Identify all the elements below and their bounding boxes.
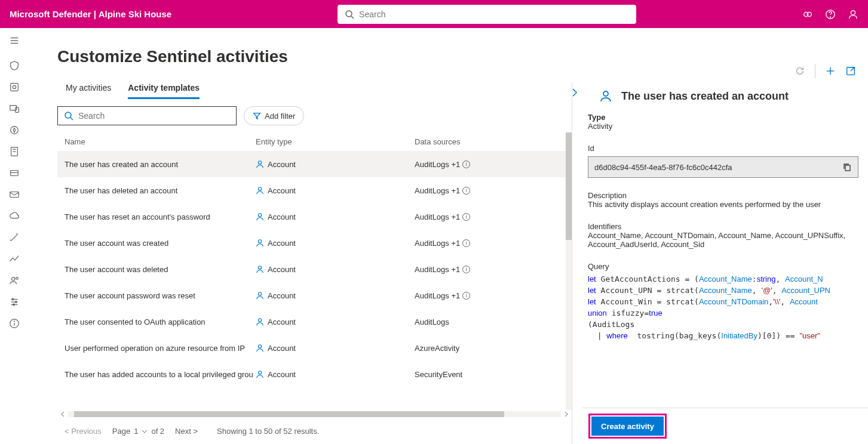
row-name: The user has added accounts to a local p…: [65, 370, 256, 379]
row-name: The user has reset an account's password: [65, 212, 256, 221]
global-search-input[interactable]: [359, 10, 629, 19]
activity-list-panel: My activities Activity templates Add fil…: [57, 83, 572, 444]
svg-point-39: [258, 214, 261, 217]
analytics-icon[interactable]: [9, 254, 20, 264]
table-row[interactable]: The user has reset an account's password…: [57, 204, 572, 230]
copy-icon[interactable]: [842, 162, 852, 172]
info-icon[interactable]: [9, 318, 20, 329]
copilot-icon[interactable]: [802, 9, 813, 20]
scroll-right-icon[interactable]: [563, 411, 569, 417]
pager-of: of 2: [151, 427, 164, 436]
list-search-input[interactable]: [78, 111, 230, 121]
header-actions: [802, 9, 858, 20]
account-icon: [256, 239, 264, 247]
svg-point-3: [807, 12, 811, 16]
account-icon: [256, 370, 264, 378]
account-icon[interactable]: [848, 9, 858, 20]
info-icon[interactable]: i: [462, 161, 470, 168]
pager-page-num[interactable]: 1: [134, 427, 138, 436]
row-name: The user has deleted an account: [65, 186, 256, 195]
wand-icon[interactable]: [9, 232, 20, 243]
help-icon[interactable]: [825, 9, 836, 20]
col-entity[interactable]: Entity type: [256, 137, 415, 146]
scroll-left-icon[interactable]: [60, 411, 66, 417]
desc-label: Description: [588, 191, 858, 200]
table-row[interactable]: The user account was createdAccountAudit…: [57, 230, 572, 256]
svg-line-36: [70, 118, 73, 120]
add-filter-button[interactable]: Add filter: [244, 106, 304, 125]
menu-icon[interactable]: [9, 35, 20, 46]
detail-header: The user has created an account: [582, 83, 868, 113]
list-search[interactable]: [57, 106, 237, 125]
svg-rect-10: [11, 84, 19, 91]
account-icon: [256, 265, 264, 273]
popout-icon[interactable]: [845, 66, 856, 76]
horizontal-scrollbar[interactable]: [57, 410, 572, 418]
search-icon: [345, 10, 354, 19]
create-activity-button[interactable]: Create activity: [591, 417, 664, 436]
identity-icon[interactable]: [9, 275, 20, 286]
detail-footer: Create activity: [582, 408, 868, 444]
table-header: Name Entity type Data sources: [57, 132, 572, 151]
page-title: Customize Sentinel activities: [57, 47, 868, 66]
svg-point-42: [258, 292, 261, 295]
table-row[interactable]: The user consented to OAuth applicationA…: [57, 309, 572, 335]
table-row[interactable]: User performed operation on azure resour…: [57, 335, 572, 361]
row-datasources: SecurityEvent: [415, 370, 565, 379]
row-entity: Account: [256, 317, 415, 326]
info-icon[interactable]: i: [462, 213, 470, 221]
global-search[interactable]: [338, 5, 636, 24]
chevron-down-icon[interactable]: [142, 428, 148, 434]
info-icon[interactable]: i: [462, 266, 470, 273]
devices-icon[interactable]: [9, 103, 20, 114]
row-name: The user has created an account: [65, 160, 256, 169]
table-row[interactable]: The user account was deletedAccountAudit…: [57, 256, 572, 282]
cloud-icon[interactable]: [9, 211, 20, 221]
row-datasources: AuditLogs +1 i: [415, 212, 565, 221]
tab-activity-templates[interactable]: Activity templates: [128, 83, 200, 99]
type-label: Type: [588, 113, 858, 122]
row-datasources: AuditLogs +1 i: [415, 186, 565, 195]
refresh-icon[interactable]: [795, 66, 805, 76]
shield-icon[interactable]: [9, 60, 20, 71]
row-entity: Account: [256, 265, 415, 274]
activity-table: Name Entity type Data sources The user h…: [57, 132, 572, 410]
info-icon[interactable]: i: [462, 239, 470, 247]
col-data-sources[interactable]: Data sources: [415, 137, 565, 146]
email-icon[interactable]: [9, 189, 20, 200]
table-row[interactable]: The user has created an accountAccountAu…: [57, 151, 572, 177]
reports-icon[interactable]: [9, 146, 20, 157]
pager-next[interactable]: Next >: [175, 427, 198, 436]
tab-my-activities[interactable]: My activities: [66, 83, 111, 99]
svg-point-37: [258, 161, 261, 164]
collapse-panel-button[interactable]: [570, 88, 579, 100]
detail-panel: The user has created an account Type Act…: [572, 83, 868, 444]
assets-icon[interactable]: [9, 82, 20, 92]
table-row[interactable]: The user account password was resetAccou…: [57, 282, 572, 309]
add-icon[interactable]: [825, 66, 836, 76]
account-icon: [256, 291, 264, 300]
info-icon[interactable]: i: [462, 292, 470, 300]
page-actions: [795, 64, 856, 78]
table-row[interactable]: The user has added accounts to a local p…: [57, 361, 572, 387]
svg-point-43: [258, 319, 261, 322]
detail-title: The user has created an account: [621, 90, 789, 103]
pager-prev[interactable]: < Previous: [65, 427, 102, 436]
col-name[interactable]: Name: [65, 137, 256, 146]
table-row[interactable]: The user has deleted an accountAccountAu…: [57, 177, 572, 204]
endpoint-icon[interactable]: [9, 125, 20, 135]
svg-point-11: [13, 85, 16, 88]
svg-point-40: [258, 240, 261, 243]
identifiers-label: Identifiers: [588, 222, 858, 231]
main-content: Customize Sentinel activities My activit…: [29, 28, 868, 444]
id-field[interactable]: d6d08c94-455f-4ea5-8f76-fc6c0c442cfa: [588, 156, 858, 178]
svg-point-31: [14, 321, 15, 322]
svg-point-46: [603, 91, 608, 96]
info-icon[interactable]: i: [462, 187, 470, 195]
settings-icon[interactable]: [9, 297, 20, 307]
row-datasources: AuditLogs +1 i: [415, 160, 565, 169]
vertical-scrollbar[interactable]: [566, 132, 572, 410]
svg-point-41: [258, 266, 261, 269]
filter-icon: [253, 112, 261, 120]
hunting-icon[interactable]: [9, 168, 20, 178]
